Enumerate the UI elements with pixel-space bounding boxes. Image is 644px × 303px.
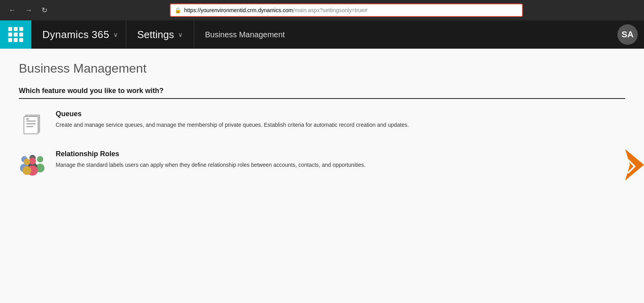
feature-question: Which feature would you like to work wit… [19,87,625,99]
roles-icon-wrapper [19,150,46,177]
back-button[interactable]: ← [6,5,18,16]
queues-icon [20,111,45,136]
feature-item-queues[interactable]: Queues Create and manage service queues,… [19,110,625,137]
reload-button[interactable]: ↻ [39,4,50,16]
svg-rect-4 [26,126,33,127]
svg-rect-2 [26,120,36,122]
address-text: https://yourenvironmentid.crm.dynamics.c… [184,7,367,13]
waffle-grid-icon [8,27,23,42]
orange-arrow-icon[interactable] [625,149,644,181]
svg-point-15 [22,166,31,175]
waffle-menu-button[interactable] [0,20,31,49]
browser-chrome: ← → ↻ 🔒 https://yourenvironmentid.crm.dy… [0,0,644,20]
svg-point-12 [29,158,36,165]
settings-label: Settings [137,29,174,41]
roles-text-block: Relationship Roles Manage the standard l… [56,150,366,169]
svg-marker-16 [625,149,644,181]
address-bar[interactable]: 🔒 https://yourenvironmentid.crm.dynamics… [170,4,523,17]
forward-button[interactable]: → [23,5,35,16]
settings-menu-button[interactable]: Settings ∨ [126,20,194,49]
app-title-button[interactable]: Dynamics 365 ∨ [31,20,126,49]
queues-icon-wrapper [19,110,46,137]
address-highlight: https://yourenvironmentid.crm.dynamics.c… [184,7,293,13]
svg-point-8 [37,156,43,162]
svg-rect-3 [26,123,36,124]
svg-point-14 [24,159,30,165]
roles-title: Relationship Roles [56,150,366,158]
queues-text-block: Queues Create and manage service queues,… [56,110,409,129]
address-dim: /main.aspx?settingsonly=true# [293,7,367,13]
page-content: Business Management Which feature would … [0,49,644,303]
app-title-chevron-icon: ∨ [113,31,118,38]
lock-icon: 🔒 [175,7,181,13]
page-title: Business Management [19,61,625,76]
queues-description: Create and manage service queues, and ma… [56,120,409,129]
svg-rect-1 [24,117,38,134]
svg-rect-5 [26,118,29,120]
queues-title: Queues [56,110,409,118]
user-avatar[interactable]: SA [617,24,638,45]
app-title-text: Dynamics 365 [42,29,109,41]
feature-item-relationship-roles[interactable]: Relationship Roles Manage the standard l… [19,150,625,177]
section-label: Business Management [194,30,296,39]
arrow-svg [625,149,644,181]
relationship-roles-icon [20,151,45,176]
app-navbar: Dynamics 365 ∨ Settings ∨ Business Manag… [0,20,644,49]
roles-description: Manage the standard labels users can app… [56,161,366,169]
settings-chevron-icon: ∨ [178,31,183,38]
